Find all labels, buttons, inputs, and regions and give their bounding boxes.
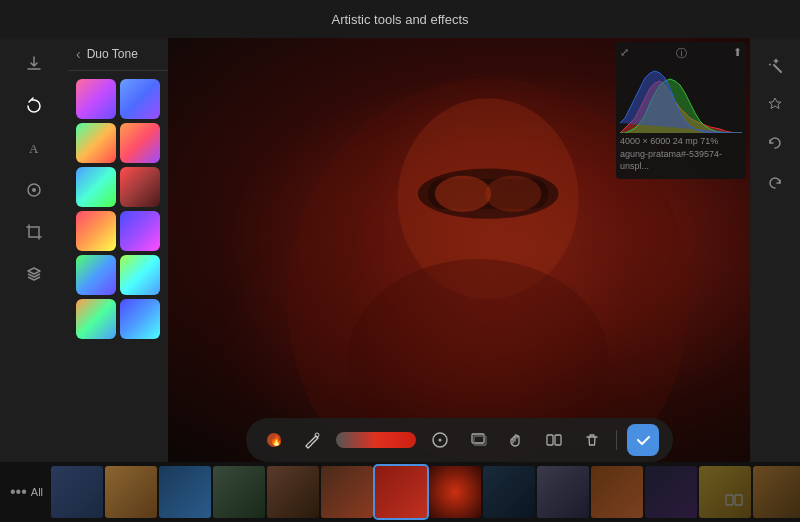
crop-icon[interactable] bbox=[16, 214, 52, 250]
film-thumb-11[interactable] bbox=[591, 466, 643, 518]
swatch-2[interactable] bbox=[120, 79, 160, 119]
swatch-6[interactable] bbox=[120, 167, 160, 207]
filmstrip-all-btn[interactable]: All bbox=[31, 486, 43, 498]
swatch-1[interactable] bbox=[76, 79, 116, 119]
film-thumb-10[interactable] bbox=[537, 466, 589, 518]
swatch-3[interactable] bbox=[76, 123, 116, 163]
histogram-share-btn[interactable]: ⬆ bbox=[733, 46, 742, 61]
duo-tone-title: Duo Tone bbox=[87, 47, 138, 61]
histogram-canvas bbox=[620, 63, 742, 133]
duo-tone-swatches bbox=[68, 71, 168, 347]
histogram-filename: agung-pratama#-539574-unspl... bbox=[620, 148, 742, 173]
film-thumb-4[interactable] bbox=[213, 466, 265, 518]
svg-point-2 bbox=[32, 188, 36, 192]
layers-tool-icon[interactable] bbox=[464, 426, 492, 454]
back-button[interactable]: ‹ bbox=[76, 46, 81, 62]
film-thumb-1[interactable] bbox=[51, 466, 103, 518]
rotate-left-icon[interactable] bbox=[16, 88, 52, 124]
swatch-12[interactable] bbox=[120, 299, 160, 339]
swatch-5[interactable] bbox=[76, 167, 116, 207]
svg-rect-21 bbox=[735, 495, 742, 505]
svg-text:🔥: 🔥 bbox=[269, 434, 282, 447]
swatch-11[interactable] bbox=[76, 299, 116, 339]
trash-icon[interactable] bbox=[578, 426, 606, 454]
histogram-info-btn[interactable]: ⓘ bbox=[676, 46, 687, 61]
redo-icon[interactable] bbox=[757, 166, 793, 202]
right-sidebar bbox=[750, 38, 800, 462]
film-thumb-7[interactable] bbox=[375, 466, 427, 518]
swatch-7[interactable] bbox=[76, 211, 116, 251]
healing-icon[interactable] bbox=[757, 86, 793, 122]
target-icon[interactable] bbox=[16, 172, 52, 208]
svg-line-10 bbox=[774, 65, 781, 72]
film-thumb-5[interactable] bbox=[267, 466, 319, 518]
svg-point-8 bbox=[435, 176, 491, 212]
hand-tool-icon[interactable] bbox=[502, 426, 530, 454]
filmstrip-menu[interactable]: ••• bbox=[10, 483, 27, 501]
undo-icon[interactable] bbox=[757, 126, 793, 162]
layers-icon[interactable] bbox=[16, 256, 52, 292]
app-title: Artistic tools and effects bbox=[331, 12, 468, 27]
duo-tone-header: ‹ Duo Tone bbox=[68, 38, 168, 71]
toolbar-divider bbox=[616, 430, 617, 450]
film-thumb-14[interactable] bbox=[753, 466, 800, 518]
filmstrip-expand-btn[interactable] bbox=[724, 490, 744, 514]
film-thumb-9[interactable] bbox=[483, 466, 535, 518]
svg-rect-18 bbox=[547, 435, 553, 445]
download-icon[interactable] bbox=[16, 46, 52, 82]
duo-tone-panel: ‹ Duo Tone bbox=[68, 38, 168, 462]
histogram-resolution: 4000 × 6000 24 mp 71% bbox=[620, 135, 742, 148]
film-thumb-12[interactable] bbox=[645, 466, 697, 518]
svg-point-15 bbox=[438, 439, 441, 442]
svg-text:A: A bbox=[29, 141, 39, 156]
brush-icon[interactable] bbox=[298, 426, 326, 454]
left-sidebar: A bbox=[0, 38, 68, 462]
histogram-info: 4000 × 6000 24 mp 71% agung-pratama#-539… bbox=[620, 133, 742, 175]
filmstrip: ••• All bbox=[0, 462, 800, 522]
histogram-panel: ⤢ ⓘ ⬆ 4000 × 6000 24 mp 71% agung-pratam… bbox=[616, 42, 746, 179]
histogram-expand-btn[interactable]: ⤢ bbox=[620, 46, 629, 61]
text-tool-icon[interactable]: A bbox=[16, 130, 52, 166]
filmstrip-controls: ••• All bbox=[4, 483, 49, 501]
svg-rect-20 bbox=[726, 495, 733, 505]
film-thumb-6[interactable] bbox=[321, 466, 373, 518]
target-tool-icon[interactable] bbox=[426, 426, 454, 454]
split-icon[interactable] bbox=[540, 426, 568, 454]
title-bar: Artistic tools and effects bbox=[0, 0, 800, 38]
effect-icon[interactable]: 🔥 bbox=[260, 426, 288, 454]
wand-icon[interactable] bbox=[757, 46, 793, 82]
film-thumb-2[interactable] bbox=[105, 466, 157, 518]
swatch-4[interactable] bbox=[120, 123, 160, 163]
histogram-controls: ⤢ ⓘ ⬆ bbox=[620, 46, 742, 61]
color-gradient-bar[interactable] bbox=[336, 432, 416, 448]
svg-rect-19 bbox=[555, 435, 561, 445]
swatch-8[interactable] bbox=[120, 211, 160, 251]
film-thumb-8[interactable] bbox=[429, 466, 481, 518]
swatch-9[interactable] bbox=[76, 255, 116, 295]
confirm-button[interactable] bbox=[627, 424, 659, 456]
film-thumb-3[interactable] bbox=[159, 466, 211, 518]
bottom-toolbar: 🔥 bbox=[168, 418, 750, 462]
swatch-10[interactable] bbox=[120, 255, 160, 295]
svg-point-9 bbox=[485, 176, 541, 212]
toolbar-pill: 🔥 bbox=[246, 418, 673, 462]
